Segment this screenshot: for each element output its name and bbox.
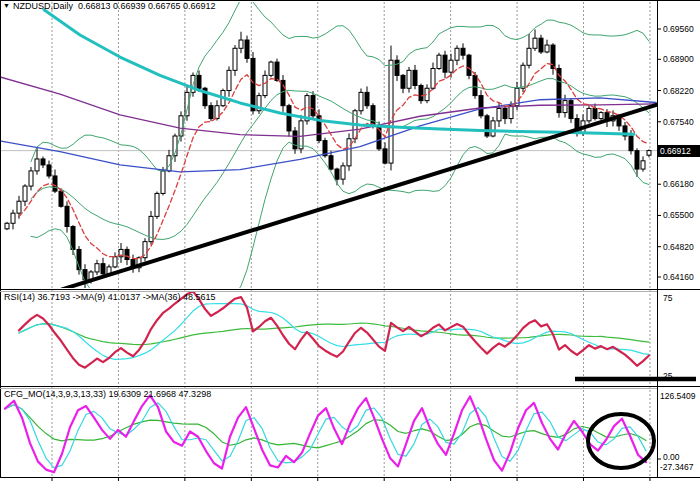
- candle-body: [479, 96, 483, 116]
- candle-body: [641, 161, 645, 169]
- candle-body: [233, 48, 237, 70]
- candle-body: [299, 121, 303, 149]
- cfg-signal-line: [5, 403, 646, 468]
- cfg-max-label: 126.5409: [660, 391, 695, 401]
- rsi-ma36-line: [19, 323, 649, 345]
- candle-body: [113, 257, 117, 267]
- candle-body: [503, 108, 507, 118]
- price-scale[interactable]: [658, 0, 700, 477]
- chart-canvas[interactable]: [0, 0, 700, 500]
- candle-body: [383, 149, 387, 163]
- symbol-dropdown-icon[interactable]: ▼: [3, 2, 10, 9]
- candle-body: [251, 58, 255, 110]
- cfg-slow-line: [5, 405, 646, 448]
- cfg-main-line: [5, 395, 646, 472]
- ohlc-values-label: 0.66813 0.66939 0.66765 0.66912: [78, 1, 216, 11]
- candle-body: [263, 75, 267, 95]
- rsi-ma9-line: [19, 304, 649, 360]
- candle-body: [365, 92, 369, 105]
- candle-body: [209, 106, 213, 119]
- price-tick-label: 0.69560: [663, 24, 694, 34]
- current-price-badge: 0.66912: [658, 145, 700, 157]
- candle-body: [455, 48, 459, 60]
- candle-body: [521, 65, 525, 88]
- candle-body: [599, 113, 603, 119]
- candle-body: [281, 80, 285, 105]
- candle-body: [41, 159, 45, 165]
- symbol-period-label: NZDUSD,Daily: [13, 1, 73, 11]
- price-tick-label: 0.68900: [663, 54, 694, 64]
- candle-body: [53, 176, 57, 191]
- candle-body: [17, 201, 21, 213]
- candle-body: [335, 169, 339, 179]
- candle-body: [545, 45, 549, 52]
- chart-legend: ▼NZDUSD,Daily 0.66813 0.66939 0.66765 0.…: [3, 1, 216, 11]
- candle-body: [341, 166, 345, 179]
- candle-body: [101, 264, 105, 274]
- candle-body: [359, 92, 363, 110]
- candlesticks: [5, 29, 651, 288]
- rsi-indicator-legend: RSI(14) 36.7193 ->MA(9) 41.0137 ->MA(36)…: [4, 292, 216, 302]
- candle-body: [71, 226, 75, 249]
- candle-body: [5, 223, 9, 229]
- candle-body: [647, 151, 651, 156]
- candle-body: [509, 106, 513, 119]
- candle-body: [35, 159, 39, 171]
- candle-body: [419, 85, 423, 100]
- cfg-mo-indicator-legend: CFG_MO(14,3,9,3,13,33) 19.6309 21.6968 4…: [4, 389, 211, 399]
- candle-body: [491, 121, 495, 136]
- candle-body: [533, 38, 537, 48]
- candle-body: [461, 48, 465, 55]
- candle-body: [527, 48, 531, 65]
- candle-body: [431, 68, 435, 88]
- candle-body: [401, 75, 405, 88]
- candle-body: [629, 136, 633, 151]
- rsi-pane: [19, 291, 649, 367]
- candle-body: [473, 75, 477, 95]
- candle-body: [287, 106, 291, 131]
- candle-body: [563, 101, 567, 113]
- price-tick-label: 0.64820: [663, 242, 694, 252]
- bollinger-upper: [31, 0, 649, 171]
- ma-red-dashed: [19, 64, 649, 259]
- cfg-min-label: -27.3467: [660, 462, 694, 472]
- candle-body: [389, 60, 393, 163]
- candle-body: [47, 165, 51, 176]
- candle-body: [587, 108, 591, 120]
- candle-body: [245, 40, 249, 58]
- rsi-level-25-label: 25: [663, 371, 672, 381]
- candle-body: [155, 193, 159, 216]
- candle-body: [347, 139, 351, 166]
- candle-body: [311, 96, 315, 116]
- candle-body: [65, 206, 69, 226]
- candle-body: [449, 60, 453, 72]
- trendline-annotation[interactable]: [62, 105, 657, 290]
- candle-body: [539, 38, 543, 52]
- candle-body: [29, 171, 33, 186]
- candle-body: [125, 249, 129, 259]
- candle-body: [59, 191, 63, 206]
- rsi-level-75-label: 75: [663, 293, 672, 303]
- candle-body: [329, 156, 333, 169]
- candle-body: [227, 70, 231, 90]
- candle-body: [407, 70, 411, 88]
- price-tick-label: 0.67540: [663, 117, 694, 127]
- ma-cyan-heavy: [44, 10, 634, 134]
- candle-body: [413, 70, 417, 85]
- cfg-pane: [5, 395, 646, 472]
- candle-body: [95, 264, 99, 272]
- price-tick-label: 0.64160: [663, 272, 694, 282]
- candle-body: [635, 151, 639, 169]
- cfg-zero-label: 0.00: [663, 452, 680, 462]
- candle-body: [293, 131, 297, 149]
- candle-body: [11, 213, 15, 223]
- price-tick-label: 0.66180: [663, 179, 694, 189]
- price-tick-label: 0.68220: [663, 86, 694, 96]
- time-scale[interactable]: 13 Sep 20185 Oct 201829 Oct 201820 Nov 2…: [0, 478, 700, 500]
- candle-body: [467, 55, 471, 75]
- candle-body: [275, 62, 279, 80]
- candle-body: [161, 171, 165, 194]
- candle-body: [395, 60, 399, 75]
- candle-body: [239, 40, 243, 48]
- candle-body: [23, 186, 27, 201]
